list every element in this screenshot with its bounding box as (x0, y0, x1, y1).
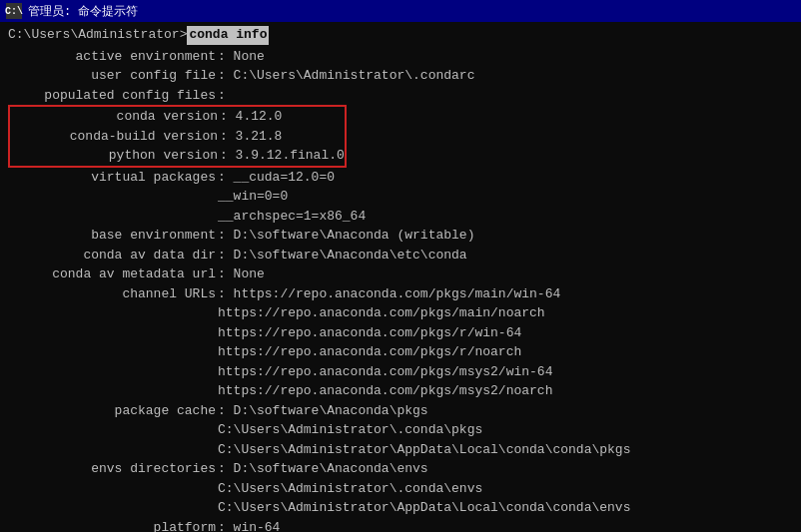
info-line: C:\Users\Administrator\AppData\Local\con… (8, 498, 793, 518)
info-value: https://repo.anaconda.com/pkgs/main/noar… (218, 303, 545, 323)
info-value: : win-64 (218, 518, 280, 532)
title-bar: C:\ 管理员: 命令提示符 (0, 0, 801, 22)
info-value: : D:\software\Anaconda (writable) (218, 226, 474, 246)
info-value: : 4.12.0 (220, 107, 282, 127)
info-value: __archspec=1=x86_64 (218, 207, 366, 227)
info-label: active environment (8, 47, 218, 67)
info-value: : None (218, 265, 265, 284)
info-label (8, 207, 218, 227)
info-label: channel URLs (8, 284, 218, 304)
info-output: active environment: Noneuser config file… (8, 47, 793, 532)
info-line: virtual packages: __cuda=12.0=0 (8, 168, 793, 188)
title-bar-icon: C:\ (6, 3, 22, 19)
info-value: C:\Users\Administrator\.conda\envs (218, 479, 482, 499)
info-label (8, 381, 218, 401)
info-label (8, 440, 218, 460)
info-value: https://repo.anaconda.com/pkgs/msys2/win… (218, 362, 552, 382)
info-label: platform (8, 518, 218, 532)
info-label (8, 323, 218, 343)
info-line: platform: win-64 (8, 518, 793, 532)
info-label: conda-build version (10, 127, 220, 147)
info-value: : D:\software\Anaconda\envs (218, 459, 428, 479)
info-label (8, 420, 218, 440)
info-line: C:\Users\Administrator\AppData\Local\con… (8, 440, 793, 460)
info-label: python version (10, 146, 220, 166)
info-value: C:\Users\Administrator\AppData\Local\con… (218, 498, 630, 518)
info-label (8, 303, 218, 323)
info-line: https://repo.anaconda.com/pkgs/r/win-64 (8, 323, 793, 343)
info-line: https://repo.anaconda.com/pkgs/main/noar… (8, 303, 793, 323)
info-label: conda version (10, 107, 220, 127)
info-value: : D:\software\Anaconda\pkgs (218, 401, 428, 421)
info-line: envs directories: D:\software\Anaconda\e… (8, 459, 793, 479)
info-label (8, 342, 218, 362)
info-label: conda av data dir (8, 246, 218, 266)
info-label (8, 498, 218, 518)
info-label: package cache (8, 401, 218, 421)
info-line: package cache: D:\software\Anaconda\pkgs (8, 401, 793, 421)
info-line: C:\Users\Administrator\.conda\pkgs (8, 420, 793, 440)
command-text: conda info (187, 26, 269, 45)
info-line: conda av metadata url: None (8, 265, 793, 284)
terminal: C:\Users\Administrator>conda info active… (0, 22, 801, 532)
prompt-path: C:\Users\Administrator> (8, 26, 187, 45)
info-line: channel URLs: https://repo.anaconda.com/… (8, 284, 793, 304)
info-line: https://repo.anaconda.com/pkgs/msys2/noa… (8, 381, 793, 401)
info-line: __archspec=1=x86_64 (8, 207, 793, 227)
info-label: envs directories (8, 459, 218, 479)
info-line: __win=0=0 (8, 187, 793, 207)
info-value: : https://repo.anaconda.com/pkgs/main/wi… (218, 284, 560, 304)
title-bar-text: 管理员: 命令提示符 (28, 3, 138, 20)
info-value: : __cuda=12.0=0 (218, 168, 335, 188)
info-line: conda av data dir: D:\software\Anaconda\… (8, 246, 793, 266)
info-value: https://repo.anaconda.com/pkgs/r/win-64 (218, 323, 521, 343)
info-line: python version: 3.9.12.final.0 (10, 146, 345, 166)
info-value: __win=0=0 (218, 187, 288, 207)
info-line: conda-build version: 3.21.8 (10, 127, 345, 147)
info-value: : None (218, 47, 265, 67)
info-line: populated config files: (8, 86, 793, 106)
info-value: https://repo.anaconda.com/pkgs/msys2/noa… (218, 381, 552, 401)
info-value: : 3.21.8 (220, 127, 282, 147)
info-line: https://repo.anaconda.com/pkgs/r/noarch (8, 342, 793, 362)
info-line: user config file: C:\Users\Administrator… (8, 66, 793, 86)
info-value: C:\Users\Administrator\AppData\Local\con… (218, 440, 630, 460)
info-label: populated config files (8, 86, 218, 106)
info-line: https://repo.anaconda.com/pkgs/msys2/win… (8, 362, 793, 382)
info-label: virtual packages (8, 168, 218, 188)
info-value: : C:\Users\Administrator\.condarc (218, 66, 474, 86)
info-value: : (218, 86, 226, 106)
info-label: conda av metadata url (8, 265, 218, 284)
info-line: base environment: D:\software\Anaconda (… (8, 226, 793, 246)
info-label (8, 479, 218, 499)
info-label: user config file (8, 66, 218, 86)
info-label (8, 187, 218, 207)
info-line: C:\Users\Administrator\.conda\envs (8, 479, 793, 499)
info-value: https://repo.anaconda.com/pkgs/r/noarch (218, 342, 521, 362)
info-value: : 3.9.12.final.0 (220, 146, 345, 166)
prompt-line: C:\Users\Administrator>conda info (8, 26, 793, 45)
info-value: : D:\software\Anaconda\etc\conda (218, 246, 467, 266)
info-line: conda version: 4.12.0 (10, 107, 345, 127)
info-label: base environment (8, 226, 218, 246)
info-value: C:\Users\Administrator\.conda\pkgs (218, 420, 482, 440)
info-line: active environment: None (8, 47, 793, 67)
info-label (8, 362, 218, 382)
